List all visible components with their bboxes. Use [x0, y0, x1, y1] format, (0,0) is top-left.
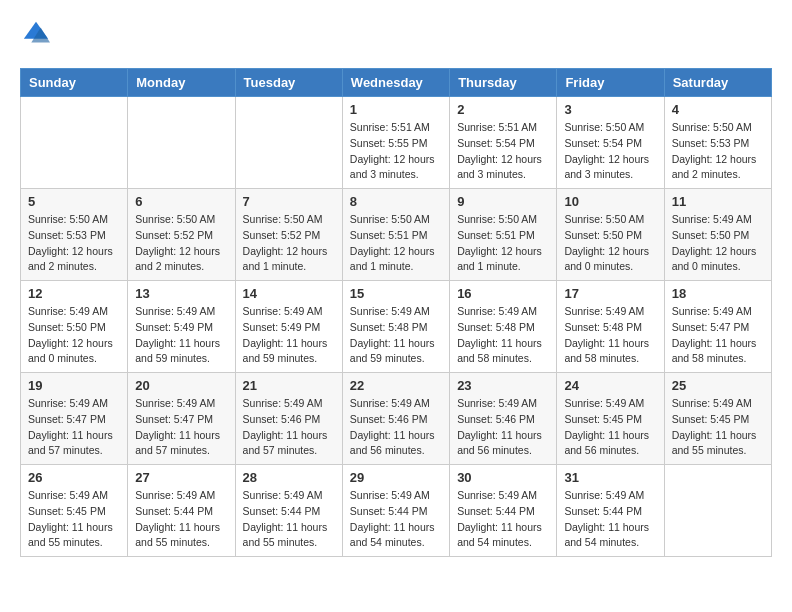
day-info: Sunrise: 5:49 AM Sunset: 5:45 PM Dayligh…	[564, 396, 656, 459]
calendar-day-2: 2Sunrise: 5:51 AM Sunset: 5:54 PM Daylig…	[450, 97, 557, 189]
calendar-week-4: 19Sunrise: 5:49 AM Sunset: 5:47 PM Dayli…	[21, 373, 772, 465]
day-info: Sunrise: 5:49 AM Sunset: 5:48 PM Dayligh…	[350, 304, 442, 367]
calendar-day-28: 28Sunrise: 5:49 AM Sunset: 5:44 PM Dayli…	[235, 465, 342, 557]
calendar-day-11: 11Sunrise: 5:49 AM Sunset: 5:50 PM Dayli…	[664, 189, 771, 281]
day-number: 8	[350, 194, 442, 209]
weekday-header-monday: Monday	[128, 69, 235, 97]
calendar-day-3: 3Sunrise: 5:50 AM Sunset: 5:54 PM Daylig…	[557, 97, 664, 189]
calendar-day-13: 13Sunrise: 5:49 AM Sunset: 5:49 PM Dayli…	[128, 281, 235, 373]
calendar-day-30: 30Sunrise: 5:49 AM Sunset: 5:44 PM Dayli…	[450, 465, 557, 557]
day-number: 20	[135, 378, 227, 393]
day-number: 12	[28, 286, 120, 301]
day-info: Sunrise: 5:50 AM Sunset: 5:50 PM Dayligh…	[564, 212, 656, 275]
calendar-day-19: 19Sunrise: 5:49 AM Sunset: 5:47 PM Dayli…	[21, 373, 128, 465]
calendar-day-24: 24Sunrise: 5:49 AM Sunset: 5:45 PM Dayli…	[557, 373, 664, 465]
day-info: Sunrise: 5:50 AM Sunset: 5:52 PM Dayligh…	[135, 212, 227, 275]
day-number: 10	[564, 194, 656, 209]
day-info: Sunrise: 5:49 AM Sunset: 5:47 PM Dayligh…	[28, 396, 120, 459]
day-info: Sunrise: 5:49 AM Sunset: 5:47 PM Dayligh…	[135, 396, 227, 459]
day-info: Sunrise: 5:49 AM Sunset: 5:45 PM Dayligh…	[28, 488, 120, 551]
calendar-day-18: 18Sunrise: 5:49 AM Sunset: 5:47 PM Dayli…	[664, 281, 771, 373]
day-info: Sunrise: 5:50 AM Sunset: 5:53 PM Dayligh…	[672, 120, 764, 183]
calendar-week-2: 5Sunrise: 5:50 AM Sunset: 5:53 PM Daylig…	[21, 189, 772, 281]
day-number: 31	[564, 470, 656, 485]
calendar-day-1: 1Sunrise: 5:51 AM Sunset: 5:55 PM Daylig…	[342, 97, 449, 189]
day-number: 29	[350, 470, 442, 485]
day-number: 13	[135, 286, 227, 301]
calendar-day-4: 4Sunrise: 5:50 AM Sunset: 5:53 PM Daylig…	[664, 97, 771, 189]
calendar-day-27: 27Sunrise: 5:49 AM Sunset: 5:44 PM Dayli…	[128, 465, 235, 557]
day-number: 27	[135, 470, 227, 485]
day-info: Sunrise: 5:49 AM Sunset: 5:44 PM Dayligh…	[350, 488, 442, 551]
day-number: 28	[243, 470, 335, 485]
day-number: 14	[243, 286, 335, 301]
day-info: Sunrise: 5:49 AM Sunset: 5:46 PM Dayligh…	[457, 396, 549, 459]
calendar-day-6: 6Sunrise: 5:50 AM Sunset: 5:52 PM Daylig…	[128, 189, 235, 281]
calendar-day-25: 25Sunrise: 5:49 AM Sunset: 5:45 PM Dayli…	[664, 373, 771, 465]
day-number: 24	[564, 378, 656, 393]
day-number: 26	[28, 470, 120, 485]
day-info: Sunrise: 5:49 AM Sunset: 5:44 PM Dayligh…	[135, 488, 227, 551]
day-info: Sunrise: 5:49 AM Sunset: 5:45 PM Dayligh…	[672, 396, 764, 459]
day-number: 25	[672, 378, 764, 393]
day-info: Sunrise: 5:49 AM Sunset: 5:44 PM Dayligh…	[243, 488, 335, 551]
day-info: Sunrise: 5:49 AM Sunset: 5:48 PM Dayligh…	[457, 304, 549, 367]
calendar-day-31: 31Sunrise: 5:49 AM Sunset: 5:44 PM Dayli…	[557, 465, 664, 557]
calendar-day-10: 10Sunrise: 5:50 AM Sunset: 5:50 PM Dayli…	[557, 189, 664, 281]
calendar-week-1: 1Sunrise: 5:51 AM Sunset: 5:55 PM Daylig…	[21, 97, 772, 189]
day-info: Sunrise: 5:50 AM Sunset: 5:52 PM Dayligh…	[243, 212, 335, 275]
calendar-day-23: 23Sunrise: 5:49 AM Sunset: 5:46 PM Dayli…	[450, 373, 557, 465]
day-info: Sunrise: 5:49 AM Sunset: 5:44 PM Dayligh…	[564, 488, 656, 551]
calendar-table: SundayMondayTuesdayWednesdayThursdayFrid…	[20, 68, 772, 557]
weekday-header-sunday: Sunday	[21, 69, 128, 97]
calendar-day-16: 16Sunrise: 5:49 AM Sunset: 5:48 PM Dayli…	[450, 281, 557, 373]
weekday-header-thursday: Thursday	[450, 69, 557, 97]
empty-cell	[21, 97, 128, 189]
day-info: Sunrise: 5:49 AM Sunset: 5:46 PM Dayligh…	[350, 396, 442, 459]
weekday-header-wednesday: Wednesday	[342, 69, 449, 97]
day-info: Sunrise: 5:50 AM Sunset: 5:54 PM Dayligh…	[564, 120, 656, 183]
weekday-header-friday: Friday	[557, 69, 664, 97]
calendar-day-15: 15Sunrise: 5:49 AM Sunset: 5:48 PM Dayli…	[342, 281, 449, 373]
day-info: Sunrise: 5:50 AM Sunset: 5:51 PM Dayligh…	[457, 212, 549, 275]
empty-cell	[235, 97, 342, 189]
day-number: 1	[350, 102, 442, 117]
day-info: Sunrise: 5:50 AM Sunset: 5:51 PM Dayligh…	[350, 212, 442, 275]
day-number: 4	[672, 102, 764, 117]
day-number: 16	[457, 286, 549, 301]
empty-cell	[128, 97, 235, 189]
day-info: Sunrise: 5:49 AM Sunset: 5:49 PM Dayligh…	[135, 304, 227, 367]
calendar-day-22: 22Sunrise: 5:49 AM Sunset: 5:46 PM Dayli…	[342, 373, 449, 465]
calendar-day-26: 26Sunrise: 5:49 AM Sunset: 5:45 PM Dayli…	[21, 465, 128, 557]
day-info: Sunrise: 5:49 AM Sunset: 5:48 PM Dayligh…	[564, 304, 656, 367]
calendar-day-17: 17Sunrise: 5:49 AM Sunset: 5:48 PM Dayli…	[557, 281, 664, 373]
day-number: 18	[672, 286, 764, 301]
calendar-day-7: 7Sunrise: 5:50 AM Sunset: 5:52 PM Daylig…	[235, 189, 342, 281]
day-number: 30	[457, 470, 549, 485]
day-info: Sunrise: 5:49 AM Sunset: 5:50 PM Dayligh…	[28, 304, 120, 367]
day-info: Sunrise: 5:51 AM Sunset: 5:55 PM Dayligh…	[350, 120, 442, 183]
calendar-week-5: 26Sunrise: 5:49 AM Sunset: 5:45 PM Dayli…	[21, 465, 772, 557]
calendar-day-29: 29Sunrise: 5:49 AM Sunset: 5:44 PM Dayli…	[342, 465, 449, 557]
day-info: Sunrise: 5:49 AM Sunset: 5:50 PM Dayligh…	[672, 212, 764, 275]
calendar-day-20: 20Sunrise: 5:49 AM Sunset: 5:47 PM Dayli…	[128, 373, 235, 465]
calendar-day-5: 5Sunrise: 5:50 AM Sunset: 5:53 PM Daylig…	[21, 189, 128, 281]
page-header	[20, 20, 772, 52]
day-number: 9	[457, 194, 549, 209]
day-info: Sunrise: 5:50 AM Sunset: 5:53 PM Dayligh…	[28, 212, 120, 275]
day-number: 6	[135, 194, 227, 209]
day-number: 21	[243, 378, 335, 393]
calendar-week-3: 12Sunrise: 5:49 AM Sunset: 5:50 PM Dayli…	[21, 281, 772, 373]
day-info: Sunrise: 5:49 AM Sunset: 5:44 PM Dayligh…	[457, 488, 549, 551]
day-number: 5	[28, 194, 120, 209]
empty-cell	[664, 465, 771, 557]
day-info: Sunrise: 5:49 AM Sunset: 5:47 PM Dayligh…	[672, 304, 764, 367]
day-number: 11	[672, 194, 764, 209]
calendar-day-12: 12Sunrise: 5:49 AM Sunset: 5:50 PM Dayli…	[21, 281, 128, 373]
logo-icon	[22, 20, 50, 48]
logo	[20, 20, 50, 52]
calendar-day-21: 21Sunrise: 5:49 AM Sunset: 5:46 PM Dayli…	[235, 373, 342, 465]
weekday-header-saturday: Saturday	[664, 69, 771, 97]
weekday-header-tuesday: Tuesday	[235, 69, 342, 97]
weekday-header-row: SundayMondayTuesdayWednesdayThursdayFrid…	[21, 69, 772, 97]
